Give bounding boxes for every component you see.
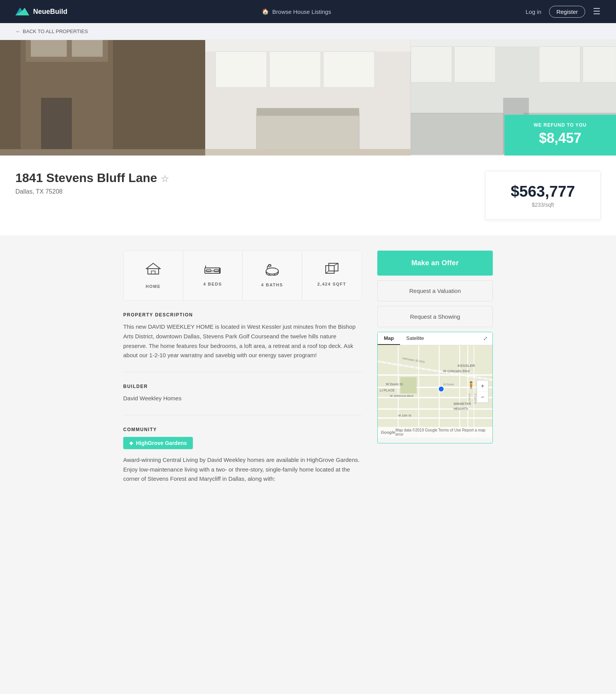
request-valuation-button[interactable]: Request a Valuation xyxy=(377,280,493,301)
back-label: BACK TO ALL PROPERTIES xyxy=(23,28,88,34)
svg-rect-28 xyxy=(454,47,495,82)
map-container: Map Satellite ⤢ xyxy=(377,332,493,443)
description-section: PROPERTY DESCRIPTION This new DAVID WEEK… xyxy=(123,312,362,360)
baths-value: 4 BATHS xyxy=(261,283,283,287)
svg-rect-40 xyxy=(206,269,211,272)
navbar: NeueBuild 🏠 Browse House Listings Log in… xyxy=(0,0,616,23)
map-body[interactable]: W Colorado Blvd W Davis St W Davis W Jef… xyxy=(378,345,492,438)
svg-rect-27 xyxy=(411,47,452,82)
svg-rect-22 xyxy=(205,149,410,156)
logo-icon xyxy=(15,5,29,18)
address-text: 1841 Stevens Bluff Lane xyxy=(15,171,157,185)
svg-rect-36 xyxy=(151,271,155,274)
main-content: HOME 4 BEDS xyxy=(108,235,508,499)
baths-icon xyxy=(265,263,280,279)
bed-icon-svg xyxy=(204,263,221,275)
svg-rect-6 xyxy=(31,40,67,57)
map-footer: Google Map data ©2019 Google Terms of Us… xyxy=(378,427,492,438)
kitchen1-svg xyxy=(205,40,410,156)
refund-amount: $8,457 xyxy=(516,130,604,146)
nav-right: Log in Register ☰ xyxy=(526,6,601,18)
community-title: COMMUNITY xyxy=(123,427,362,432)
svg-rect-30 xyxy=(583,47,616,82)
svg-text:S Park St: S Park St xyxy=(468,393,471,404)
zoom-out-button[interactable]: − xyxy=(477,392,488,403)
builder-title: BUILDER xyxy=(123,384,362,389)
builder-section: BUILDER David Weekley Homes xyxy=(123,384,362,403)
community-badge[interactable]: HighGrove Gardens xyxy=(123,437,193,449)
svg-text:LI PLACE: LI PLACE xyxy=(380,388,395,392)
feature-type: HOME xyxy=(124,251,183,300)
map-tab-map[interactable]: Map xyxy=(378,332,400,345)
request-showing-button[interactable]: Request a Showing xyxy=(377,306,493,327)
price-main: $563,777 xyxy=(493,183,593,200)
svg-text:🧍: 🧍 xyxy=(467,381,475,389)
svg-rect-18 xyxy=(270,52,321,87)
svg-point-44 xyxy=(266,268,278,274)
svg-text:W Jefferson Blvd: W Jefferson Blvd xyxy=(390,394,413,398)
map-tab-satellite[interactable]: Satellite xyxy=(400,332,430,345)
community-section: COMMUNITY HighGrove Gardens Award-winnin… xyxy=(123,427,362,484)
back-link[interactable]: ← BACK TO ALL PROPERTIES xyxy=(15,28,601,34)
svg-rect-41 xyxy=(214,269,219,272)
browse-link[interactable]: 🏠 Browse House Listings xyxy=(262,8,331,15)
sqft-value: 2,424 SQFT xyxy=(317,282,346,286)
property-header: 1841 Stevens Bluff Lane ☆ Dallas, TX 752… xyxy=(0,156,616,235)
svg-text:KESSLER: KESSLER xyxy=(458,363,475,368)
refund-label: WE REFUND TO YOU xyxy=(516,122,604,128)
property-info: 1841 Stevens Bluff Lane ☆ Dallas, TX 752… xyxy=(15,171,470,195)
svg-text:W Davis St: W Davis St xyxy=(386,382,403,386)
features-card: HOME 4 BEDS xyxy=(123,251,362,301)
register-button[interactable]: Register xyxy=(549,6,585,18)
map-tab-spacer xyxy=(430,332,479,345)
home-feature-icon xyxy=(146,263,161,278)
expand-map-icon[interactable]: ⤢ xyxy=(479,332,492,345)
community-text: Award-winning Central Living by David We… xyxy=(123,455,362,484)
property-address: 1841 Stevens Bluff Lane ☆ xyxy=(15,171,470,185)
zoom-in-button[interactable]: + xyxy=(477,381,488,392)
google-logo: Google xyxy=(381,430,395,435)
svg-rect-8 xyxy=(41,98,72,149)
login-button[interactable]: Log in xyxy=(526,8,541,15)
svg-point-79 xyxy=(439,386,444,392)
svg-rect-38 xyxy=(205,268,220,273)
svg-rect-52 xyxy=(378,345,492,438)
right-panel: Make an Offer Request a Valuation Reques… xyxy=(377,251,493,443)
type-label: HOME xyxy=(146,284,161,289)
left-column: HOME 4 BEDS xyxy=(123,251,362,484)
make-offer-button[interactable]: Make an Offer xyxy=(377,251,493,276)
svg-rect-24 xyxy=(411,40,616,47)
favorite-icon[interactable]: ☆ xyxy=(161,174,169,184)
browse-label: Browse House Listings xyxy=(272,8,331,15)
svg-rect-17 xyxy=(216,52,267,87)
svg-marker-34 xyxy=(146,263,160,269)
nav-logo[interactable]: NeueBuild xyxy=(15,5,67,18)
beds-icon xyxy=(204,263,221,278)
sqft-icon-svg xyxy=(325,263,339,275)
bath-icon-svg xyxy=(265,263,280,276)
photos-section: WE REFUND TO YOU $8,457 xyxy=(0,40,616,156)
map-tabs: Map Satellite ⤢ xyxy=(378,332,492,345)
menu-icon[interactable]: ☰ xyxy=(593,7,601,17)
map-data-label: Map data ©2019 Google Terms of Use Repor… xyxy=(395,428,489,436)
price-card: $563,777 $233/sqft xyxy=(485,171,601,220)
feature-baths: 4 BATHS xyxy=(243,251,302,300)
beds-value: 4 BEDS xyxy=(203,282,222,286)
refund-overlay: WE REFUND TO YOU $8,457 xyxy=(504,115,616,156)
divider-1 xyxy=(123,372,362,372)
svg-text:W Colorado Blvd: W Colorado Blvd xyxy=(443,369,469,373)
property-city: Dallas, TX 75208 xyxy=(15,188,470,195)
photo-kitchen1 xyxy=(205,40,410,156)
svg-rect-14 xyxy=(205,40,410,52)
photo-exterior xyxy=(0,40,205,156)
svg-rect-21 xyxy=(257,108,360,116)
divider-2 xyxy=(123,415,362,415)
svg-rect-31 xyxy=(411,113,503,154)
house-icon-svg xyxy=(146,263,161,275)
home-icon: 🏠 xyxy=(262,8,269,15)
svg-text:W 12th St: W 12th St xyxy=(398,414,411,417)
description-title: PROPERTY DESCRIPTION xyxy=(123,312,362,318)
feature-sqft: 2,424 SQFT xyxy=(302,251,362,300)
back-bar: ← BACK TO ALL PROPERTIES xyxy=(0,23,616,40)
svg-text:HEIGHTS: HEIGHTS xyxy=(454,407,468,411)
